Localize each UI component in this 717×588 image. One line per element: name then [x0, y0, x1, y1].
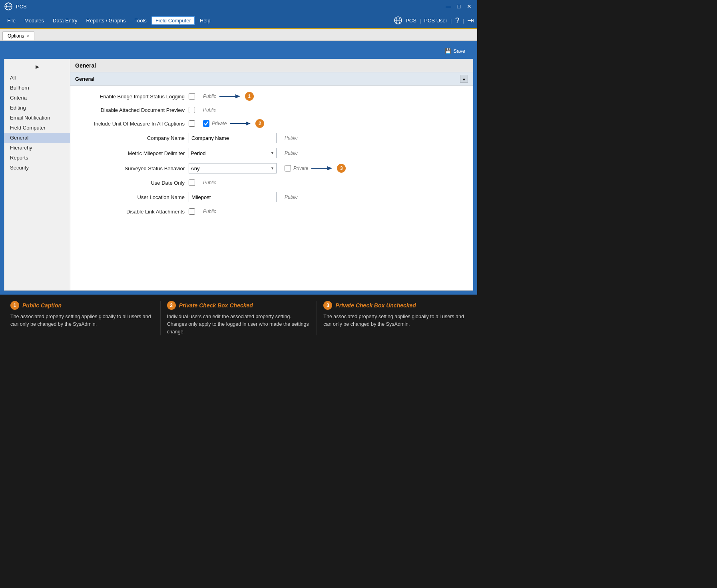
- sidebar: ▶ All Bullhorn Criteria Editing Email No…: [4, 59, 70, 290]
- menubar: File Modules Data Entry Reports / Graphs…: [0, 13, 477, 29]
- menu-reports-graphs[interactable]: Reports / Graphs: [82, 16, 130, 25]
- field-unit-measure-label: Include Unit Of Measure In All Captions: [77, 121, 189, 127]
- section-title: General: [75, 76, 94, 82]
- sidebar-item-all[interactable]: All: [4, 73, 70, 83]
- svg-marker-7: [235, 94, 240, 98]
- unit-measure-visibility: Private: [212, 121, 227, 126]
- menu-field-computer[interactable]: Field Computer: [151, 16, 195, 25]
- field-use-date-only-label: Use Date Only: [77, 180, 189, 186]
- sidebar-item-email-notification[interactable]: Email Notification: [4, 113, 70, 123]
- sidebar-item-hierarchy[interactable]: Hierarchy: [4, 143, 70, 153]
- options-tab[interactable]: Options ×: [2, 31, 34, 40]
- main-wrapper: 💾 Save ▶ All Bullhorn Criteria Editing E…: [0, 41, 477, 295]
- footer: 1 Public Caption The associated property…: [0, 295, 477, 342]
- unit-measure-checkbox[interactable]: [189, 120, 195, 127]
- tab-close-button[interactable]: ×: [26, 34, 29, 38]
- menu-data-entry[interactable]: Data Entry: [49, 16, 81, 25]
- menu-file[interactable]: File: [3, 16, 20, 25]
- field-user-location: User Location Name Public: [70, 189, 473, 205]
- sidebar-item-bullhorn[interactable]: Bullhorn: [4, 83, 70, 93]
- field-disable-doc-preview-label: Disable Attached Document Preview: [77, 107, 189, 113]
- footer-badge-3: 3: [323, 301, 332, 310]
- field-metric-delimiter-controls: Period Comma Dash Public: [189, 148, 466, 158]
- window-controls: — □ ✕: [444, 2, 473, 10]
- form-body: Enable Bridge Import Status Logging Publ…: [70, 86, 473, 222]
- bridge-import-annotation: Public 1: [199, 92, 254, 101]
- field-disable-link-attachments-controls: Public: [189, 208, 466, 215]
- field-use-date-only-controls: Public: [189, 179, 466, 186]
- sidebar-item-criteria[interactable]: Criteria: [4, 93, 70, 103]
- field-bridge-import-controls: Public 1: [189, 92, 466, 101]
- footer-label-3: Private Check Box Unchecked: [335, 302, 416, 309]
- annotation-badge-1: 1: [245, 92, 254, 101]
- metric-delimiter-select-wrapper: Period Comma Dash: [189, 148, 277, 158]
- close-button[interactable]: ✕: [465, 2, 473, 10]
- metric-delimiter-select[interactable]: Period Comma Dash: [189, 148, 277, 158]
- field-surveyed-status-controls: Any All None Private: [189, 163, 466, 173]
- company-name-input[interactable]: [189, 133, 277, 143]
- bridge-import-visibility: Public: [203, 94, 216, 99]
- menu-divider-2: |: [450, 18, 452, 24]
- app-icon: [4, 2, 13, 11]
- disable-doc-preview-checkbox[interactable]: [189, 107, 195, 113]
- field-disable-doc-preview: Disable Attached Document Preview Public: [70, 103, 473, 117]
- surveyed-status-private-area: Private: [285, 165, 308, 171]
- svg-marker-9: [246, 122, 251, 126]
- brand-icon: [394, 16, 402, 25]
- tab-label: Options: [8, 33, 24, 39]
- field-company-name: Company Name Public: [70, 130, 473, 146]
- footer-label-1: Public Caption: [22, 302, 62, 309]
- annotation-arrow-1: [219, 92, 243, 100]
- footer-label-2: Private Check Box Checked: [179, 302, 253, 309]
- unit-measure-annotation: Private 2: [199, 119, 264, 128]
- field-metric-delimiter-label: Metric Milepost Delimiter: [77, 150, 189, 156]
- sidebar-item-reports[interactable]: Reports: [4, 153, 70, 163]
- annotation-badge-2: 2: [255, 119, 264, 128]
- scroll-up-button[interactable]: ▲: [460, 75, 468, 83]
- unit-measure-private-area: Private: [203, 120, 227, 127]
- maximize-button[interactable]: □: [455, 2, 463, 10]
- field-user-location-controls: Public: [189, 192, 466, 202]
- field-metric-delimiter: Metric Milepost Delimiter Period Comma D…: [70, 146, 473, 161]
- sidebar-item-general[interactable]: General: [4, 133, 70, 143]
- app-title: PCS: [16, 4, 441, 10]
- sidebar-collapse-arrow[interactable]: ▶: [4, 62, 70, 73]
- menu-modules[interactable]: Modules: [20, 16, 48, 25]
- disable-link-attachments-visibility: Public: [203, 209, 216, 214]
- footer-badge-2: 2: [167, 301, 176, 310]
- save-button[interactable]: 💾 Save: [440, 46, 470, 56]
- sidebar-item-editing[interactable]: Editing: [4, 103, 70, 113]
- sidebar-item-field-computer[interactable]: Field Computer: [4, 123, 70, 133]
- unit-measure-private-checkbox[interactable]: [203, 120, 209, 127]
- field-disable-doc-preview-controls: Public: [189, 107, 466, 113]
- user-label: PCS User: [424, 18, 447, 24]
- minimize-button[interactable]: —: [444, 2, 452, 10]
- brand-label: PCS: [406, 18, 416, 24]
- menu-help[interactable]: Help: [196, 16, 215, 25]
- content-area: ▶ All Bullhorn Criteria Editing Email No…: [4, 59, 473, 291]
- user-location-input[interactable]: [189, 192, 277, 202]
- footer-title-2: 2 Private Check Box Checked: [167, 301, 311, 310]
- disable-link-attachments-checkbox[interactable]: [189, 208, 195, 215]
- logout-icon[interactable]: ⇥: [467, 16, 474, 25]
- field-use-date-only: Use Date Only Public: [70, 176, 473, 189]
- form-header: General: [70, 59, 473, 72]
- use-date-only-visibility: Public: [203, 180, 216, 185]
- surveyed-status-select[interactable]: Any All None: [189, 163, 277, 173]
- surveyed-status-select-wrapper: Any All None: [189, 163, 277, 173]
- help-icon[interactable]: ?: [455, 16, 459, 25]
- annotation-arrow-3: [311, 164, 335, 172]
- svg-marker-11: [327, 166, 332, 170]
- field-bridge-import: Enable Bridge Import Status Logging Publ…: [70, 90, 473, 103]
- bridge-import-checkbox[interactable]: [189, 93, 195, 100]
- field-company-name-label: Company Name: [77, 135, 189, 141]
- annotation-badge-3: 3: [337, 164, 346, 173]
- menu-tools[interactable]: Tools: [131, 16, 151, 25]
- annotation-arrow-2: [229, 120, 253, 128]
- metric-delimiter-visibility: Public: [285, 150, 298, 156]
- sidebar-item-security[interactable]: Security: [4, 163, 70, 173]
- menu-right-section: PCS | PCS User | ? | ⇥: [394, 16, 474, 25]
- use-date-only-checkbox[interactable]: [189, 179, 195, 186]
- surveyed-status-private-checkbox[interactable]: [285, 165, 291, 171]
- save-toolbar: 💾 Save: [4, 45, 473, 59]
